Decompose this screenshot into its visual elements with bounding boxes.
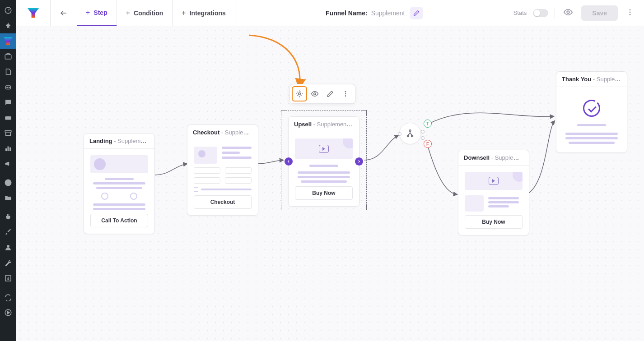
sidebar-elementor[interactable] [0, 175, 16, 190]
sidebar-woo[interactable] [0, 110, 16, 125]
svg-point-4 [9, 87, 10, 88]
sidebar-archive[interactable] [0, 125, 16, 141]
node-edit-button[interactable] [322, 86, 338, 101]
annotation-arrow [244, 33, 317, 92]
sidebar-settings[interactable] [0, 255, 16, 271]
branch-port-in[interactable] [398, 132, 401, 136]
preview-button[interactable] [561, 5, 575, 21]
sidebar-users[interactable] [0, 240, 16, 255]
node-downsell-header: Downsell - Supplement D... [458, 150, 529, 166]
svg-point-15 [567, 11, 570, 14]
node-thankyou[interactable]: Thank You - Supplement T... [556, 71, 627, 153]
sidebar-pin[interactable] [0, 18, 16, 33]
sidebar-comments[interactable] [0, 95, 16, 110]
topbar-more-button[interactable] [624, 6, 636, 20]
node-upsell-sub: - Supplement U... [312, 121, 359, 128]
gear-icon [295, 90, 303, 98]
stats-toggle[interactable] [533, 9, 548, 17]
sidebar-funnel[interactable] [0, 33, 16, 49]
sidebar-robot[interactable] [0, 79, 16, 95]
sidebar-plugins[interactable] [0, 209, 16, 225]
topbar: +Step +Condition +Integrations Funnel Na… [16, 0, 644, 26]
pencil-icon [413, 10, 420, 16]
edit-funnel-name-button[interactable] [410, 7, 423, 19]
svg-point-11 [5, 180, 12, 186]
node-more-button[interactable] [338, 86, 353, 101]
node-landing-header: Landing - Supplement La... [84, 134, 154, 149]
node-checkout[interactable]: Checkout - Supplement C... Checkout [187, 124, 258, 216]
node-preview-button[interactable] [307, 86, 322, 101]
node-thankyou-preview [556, 87, 627, 152]
tab-condition-label: Condition [134, 9, 163, 17]
funnel-logo-icon [28, 8, 39, 18]
svg-point-23 [345, 95, 346, 97]
woo-icon [4, 114, 12, 122]
node-landing[interactable]: Landing - Supplement La... Call To Actio… [84, 133, 155, 234]
svg-rect-7 [6, 132, 11, 136]
comment-icon [4, 98, 12, 106]
arrow-right-icon [357, 159, 361, 164]
sidebar-folder[interactable] [0, 190, 16, 206]
tab-condition[interactable]: +Condition [117, 0, 173, 26]
node-upsell-port-in[interactable] [285, 157, 293, 166]
node-landing-cta: Call To Action [90, 214, 148, 227]
branch-icon [405, 129, 415, 138]
canvas[interactable]: Landing - Supplement La... Call To Actio… [16, 26, 644, 341]
sidebar-refresh[interactable] [0, 290, 16, 305]
save-button[interactable]: Save [581, 5, 618, 21]
plug-icon [4, 213, 12, 221]
archive-icon [4, 129, 12, 137]
branch-false-badge: F [424, 140, 432, 148]
svg-rect-9 [8, 147, 9, 152]
node-downsell-cta: Buy Now [465, 215, 523, 229]
sidebar-play[interactable] [0, 305, 16, 320]
node-checkout-preview: Checkout [187, 140, 258, 215]
app-logo[interactable] [16, 0, 51, 26]
sidebar-dashboard[interactable] [0, 3, 16, 18]
svg-rect-5 [5, 116, 11, 120]
branch-true-badge: T [424, 120, 432, 128]
svg-point-17 [630, 11, 631, 13]
sidebar-analytics[interactable] [0, 141, 16, 156]
brush-icon [4, 228, 12, 236]
sidebar-appearance[interactable] [0, 225, 16, 240]
gauge-icon [4, 6, 12, 14]
sidebar-pages[interactable] [0, 64, 16, 79]
funnel-name-value: Supplement [371, 9, 405, 17]
svg-rect-1 [5, 55, 11, 59]
tab-step[interactable]: +Step [77, 0, 117, 26]
sidebar-marketing[interactable] [0, 156, 16, 171]
chart-icon [4, 144, 12, 152]
sidebar-import[interactable] [0, 271, 16, 286]
folder-icon [4, 194, 12, 202]
node-downsell-title: Downsell [464, 154, 490, 161]
plus-icon: + [182, 9, 186, 17]
node-checkout-title: Checkout [193, 129, 219, 136]
svg-point-21 [345, 91, 346, 92]
node-checkout-cta: Checkout [194, 195, 252, 209]
node-upsell-port-out[interactable] [355, 157, 363, 166]
sidebar-tools[interactable] [0, 49, 16, 64]
import-icon [4, 274, 12, 282]
node-settings-button[interactable] [292, 86, 307, 101]
arrow-left-icon [59, 9, 68, 18]
node-landing-preview: Call To Action [84, 149, 154, 234]
more-vertical-icon [342, 90, 349, 97]
funnel-name-area: Funnel Name: Supplement [235, 7, 513, 19]
wrench-icon [4, 259, 12, 267]
svg-point-18 [630, 14, 631, 15]
branch-node[interactable] [399, 123, 421, 144]
briefcase-icon [4, 52, 12, 60]
svg-point-24 [409, 130, 411, 132]
node-upsell-preview: Buy Now [289, 132, 359, 206]
svg-point-25 [407, 135, 409, 137]
svg-point-3 [7, 87, 8, 88]
node-upsell[interactable]: Upsell - Supplement U... Buy Now [288, 116, 359, 207]
node-upsell-cta: Buy Now [295, 186, 353, 200]
funnel-icon [4, 37, 13, 45]
branch-port-t[interactable] [421, 130, 425, 134]
branch-port-f[interactable] [421, 136, 425, 140]
back-button[interactable] [51, 0, 77, 26]
node-downsell[interactable]: Downsell - Supplement D... Buy Now [458, 150, 529, 235]
tab-integrations[interactable]: +Integrations [173, 0, 235, 26]
